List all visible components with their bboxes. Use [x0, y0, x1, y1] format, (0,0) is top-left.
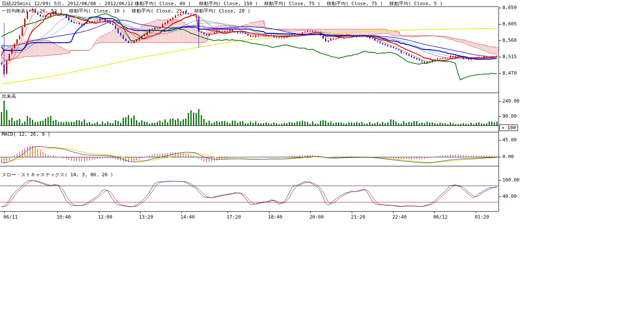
x-tick-0612: 06/12: [433, 214, 448, 220]
legend-ma5: 移動平均( Close, 5 ): [389, 1, 442, 6]
legend-ichimoku: 一目均衡表( 9, 26, 52 ): [2, 8, 63, 14]
legend-ma75-a: 移動平均( Close, 75 ): [264, 1, 320, 6]
x-tick-1840: 18:40: [268, 214, 282, 220]
legend-ma40: 移動平均( Close, 40 ): [135, 1, 191, 6]
volume-multiplier-badge: × 100: [499, 125, 518, 131]
x-tick-2240: 22:40: [392, 214, 407, 220]
price-tick-8515: 8,515: [502, 54, 517, 59]
macd-panel-label: MACD( 12, 26, 9 ): [2, 131, 51, 137]
stoch-panel-label: スロー・ストキャスティクス( 14, 3, 80, 20 ): [2, 172, 113, 178]
stoch-tick-100: 100.00: [502, 177, 520, 183]
x-tick-0120: 01:20: [475, 214, 489, 220]
x-tick-2120: 21:20: [351, 214, 365, 220]
x-tick-0611: 06/11: [3, 214, 18, 220]
x-tick-1720: 17:20: [227, 214, 241, 220]
macd-tick-45: 45.00: [502, 137, 517, 143]
chart-screen: 日経225mini 12/09( 5分, 2012/06/08 - 2012/0…: [0, 0, 644, 331]
x-tick-1320: 13:20: [139, 214, 153, 220]
price-tick-8605: 8,605: [502, 21, 517, 27]
legend-ma25: 移動平均( Close, 25 ): [132, 8, 188, 14]
x-tick-1200: 12:00: [98, 214, 112, 220]
legend-instrument: 日経225mini 12/09( 5分, 2012/06/08 - 2012/0…: [2, 1, 139, 6]
legend-ma10: 移動平均( Close, 10 ): [69, 8, 125, 14]
legend-ma20: 移動平均( Close, 20 ): [194, 8, 250, 14]
chart-canvas: [0, 0, 522, 224]
legend-ma150: 移動平均( Close, 150 ): [199, 1, 258, 6]
x-tick-1040: 10:40: [57, 214, 71, 220]
price-tick-8470: 8,470: [502, 70, 517, 76]
legend-ma75-b: 移動平均( Close, 75 ): [327, 1, 383, 6]
x-tick-2000: 20:00: [309, 214, 324, 220]
volume-tick-240: 240.00: [502, 98, 520, 104]
price-tick-8560: 8,560: [502, 37, 517, 43]
price-tick-8650: 8,650: [502, 5, 517, 10]
macd-tick-0: 0.00: [502, 154, 514, 159]
volume-panel-label: 出来高: [2, 94, 16, 99]
stoch-tick-40: 40.00: [502, 194, 517, 199]
volume-tick-90: 90.00: [502, 113, 517, 119]
x-tick-1440: 14:40: [180, 214, 195, 220]
